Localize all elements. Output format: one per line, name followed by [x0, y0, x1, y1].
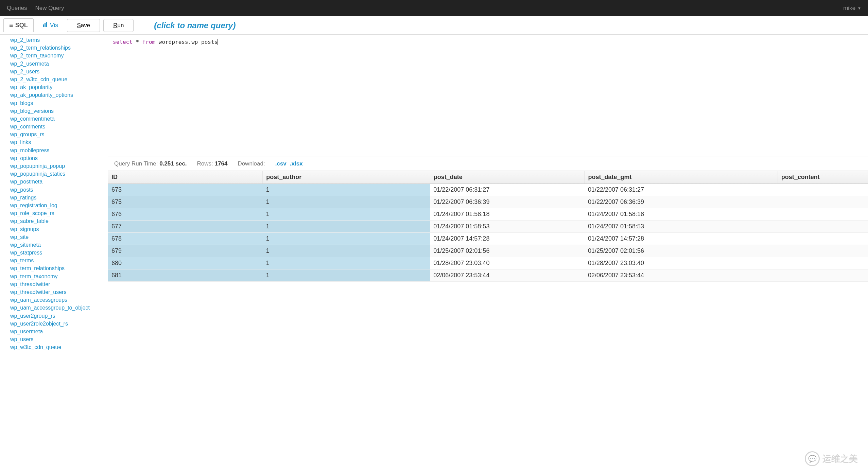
sidebar-table-wp_comments[interactable]: wp_comments	[10, 123, 108, 130]
table-row[interactable]: 675101/22/2007 06:36:3901/22/2007 06:36:…	[108, 196, 868, 208]
download-label: Download:	[238, 160, 265, 167]
sidebar-table-wp_options[interactable]: wp_options	[10, 154, 108, 162]
user-menu[interactable]: mike ▼	[843, 5, 861, 12]
sidebar-table-wp_2_term_relationships[interactable]: wp_2_term_relationships	[10, 44, 108, 52]
table-row[interactable]: 680101/28/2007 23:03:4001/28/2007 23:03:…	[108, 257, 868, 269]
sidebar-table-wp_2_term_taxonomy[interactable]: wp_2_term_taxonomy	[10, 52, 108, 59]
tab-vis-label: Vis	[50, 22, 58, 29]
cell-author: 1	[263, 257, 430, 269]
cell-content	[778, 269, 868, 282]
list-icon	[9, 21, 13, 29]
nav-new-query[interactable]: New Query	[35, 5, 64, 12]
cell-date-gmt: 02/06/2007 23:53:44	[585, 269, 778, 282]
sidebar-table-wp_groups_rs[interactable]: wp_groups_rs	[10, 130, 108, 138]
sidebar-table-wp_site[interactable]: wp_site	[10, 233, 108, 241]
sidebar-table-wp_2_terms[interactable]: wp_2_terms	[10, 36, 108, 44]
sidebar-table-wp_2_usermeta[interactable]: wp_2_usermeta	[10, 60, 108, 68]
sidebar-table-wp_commentmeta[interactable]: wp_commentmeta	[10, 115, 108, 123]
sidebar-table-wp_uam_accessgroups[interactable]: wp_uam_accessgroups	[10, 296, 108, 304]
sidebar-table-wp_registration_log[interactable]: wp_registration_log	[10, 202, 108, 209]
table-row[interactable]: 678101/24/2007 14:57:2801/24/2007 14:57:…	[108, 233, 868, 245]
cell-date-gmt: 01/24/2007 01:58:18	[585, 208, 778, 221]
table-row[interactable]: 677101/24/2007 01:58:5301/24/2007 01:58:…	[108, 221, 868, 233]
sidebar-table-wp_blog_versions[interactable]: wp_blog_versions	[10, 107, 108, 115]
sidebar-table-wp_sabre_table[interactable]: wp_sabre_table	[10, 217, 108, 225]
kw-from: from	[142, 39, 156, 45]
query-name-input[interactable]: (click to name query)	[154, 21, 236, 30]
sidebar-table-wp_role_scope_rs[interactable]: wp_role_scope_rs	[10, 209, 108, 217]
sidebar-table-wp_term_relationships[interactable]: wp_term_relationships	[10, 264, 108, 272]
sidebar-table-wp_threadtwitter[interactable]: wp_threadtwitter	[10, 280, 108, 288]
cell-author: 1	[263, 233, 430, 245]
save-button[interactable]: Save	[67, 19, 100, 32]
run-button[interactable]: Run	[103, 19, 134, 32]
cell-id: 681	[108, 269, 263, 282]
sidebar-table-wp_user2group_rs[interactable]: wp_user2group_rs	[10, 312, 108, 320]
column-header-post_content[interactable]: post_content	[778, 171, 868, 184]
sidebar-table-wp_uam_accessgroup_to_object[interactable]: wp_uam_accessgroup_to_object	[10, 304, 108, 312]
sidebar-table-wp_users[interactable]: wp_users	[10, 335, 108, 343]
tab-sql[interactable]: SQL	[3, 18, 34, 32]
column-header-post_date[interactable]: post_date	[430, 171, 585, 184]
download-xlsx[interactable]: .xlsx	[290, 160, 303, 167]
sidebar-table-wp_ratings[interactable]: wp_ratings	[10, 194, 108, 202]
sidebar-table-wp_blogs[interactable]: wp_blogs	[10, 99, 108, 107]
cell-date: 01/24/2007 14:57:28	[430, 233, 585, 245]
column-header-ID[interactable]: ID	[108, 171, 263, 184]
column-header-post_date_gmt[interactable]: post_date_gmt	[585, 171, 778, 184]
tab-sql-label: SQL	[15, 22, 28, 29]
table-row[interactable]: 676101/24/2007 01:58:1801/24/2007 01:58:…	[108, 208, 868, 221]
cell-content	[778, 196, 868, 208]
table-body: 673101/22/2007 06:31:2701/22/2007 06:31:…	[108, 184, 868, 282]
sidebar-table-wp_term_taxonomy[interactable]: wp_term_taxonomy	[10, 273, 108, 280]
table-row[interactable]: 673101/22/2007 06:31:2701/22/2007 06:31:…	[108, 184, 868, 196]
cell-date-gmt: 01/24/2007 14:57:28	[585, 233, 778, 245]
sidebar-table-wp_posts[interactable]: wp_posts	[10, 186, 108, 194]
cell-id: 675	[108, 196, 263, 208]
top-navbar: Queries New Query mike ▼	[0, 0, 868, 16]
sidebar-table-wp_ak_popularity[interactable]: wp_ak_popularity	[10, 83, 108, 91]
rows-value: 1764	[215, 160, 228, 167]
sidebar-table-wp_sitemeta[interactable]: wp_sitemeta	[10, 241, 108, 249]
sidebar-table-wp_ak_popularity_options[interactable]: wp_ak_popularity_options	[10, 91, 108, 99]
sidebar-table-wp_postmeta[interactable]: wp_postmeta	[10, 178, 108, 186]
results-scroll[interactable]: IDpost_authorpost_datepost_date_gmtpost_…	[108, 171, 868, 473]
sidebar-table-wp_popupninja_popup[interactable]: wp_popupninja_popup	[10, 162, 108, 170]
editor-star: *	[133, 39, 142, 45]
cell-id: 679	[108, 245, 263, 257]
sidebar-table-wp_links[interactable]: wp_links	[10, 138, 108, 146]
cell-id: 678	[108, 233, 263, 245]
sidebar-table-wp_user2role2object_rs[interactable]: wp_user2role2object_rs	[10, 320, 108, 328]
cell-date: 01/24/2007 01:58:18	[430, 208, 585, 221]
tab-vis[interactable]: Vis	[37, 19, 64, 32]
schema-sidebar[interactable]: wp_2_termswp_2_term_relationshipswp_2_te…	[0, 35, 108, 473]
cell-content	[778, 233, 868, 245]
nav-queries[interactable]: Queries	[7, 5, 27, 12]
sidebar-table-wp_2_w3tc_cdn_queue[interactable]: wp_2_w3tc_cdn_queue	[10, 75, 108, 83]
sidebar-table-wp_2_users[interactable]: wp_2_users	[10, 68, 108, 75]
user-name: mike	[843, 5, 855, 12]
svg-rect-2	[46, 22, 47, 27]
runtime-value: 0.251 sec.	[159, 160, 187, 167]
table-row[interactable]: 679101/25/2007 02:01:5601/25/2007 02:01:…	[108, 245, 868, 257]
sidebar-table-wp_popupninja_statics[interactable]: wp_popupninja_statics	[10, 170, 108, 178]
sidebar-table-wp_w3tc_cdn_queue[interactable]: wp_w3tc_cdn_queue	[10, 343, 108, 351]
runtime-label: Query Run Time:	[114, 160, 159, 167]
sidebar-table-wp_statpress[interactable]: wp_statpress	[10, 249, 108, 257]
cell-content	[778, 184, 868, 196]
table-header-row: IDpost_authorpost_datepost_date_gmtpost_…	[108, 171, 868, 184]
cell-author: 1	[263, 196, 430, 208]
sidebar-table-wp_mobilepress[interactable]: wp_mobilepress	[10, 146, 108, 154]
caret-down-icon: ▼	[857, 6, 861, 10]
download-csv[interactable]: .csv	[275, 160, 287, 167]
cell-content	[778, 257, 868, 269]
sidebar-table-wp_threadtwitter_users[interactable]: wp_threadtwitter_users	[10, 288, 108, 296]
column-header-post_author[interactable]: post_author	[263, 171, 430, 184]
sidebar-table-wp_signups[interactable]: wp_signups	[10, 225, 108, 233]
cell-date: 01/24/2007 01:58:53	[430, 221, 585, 233]
sidebar-table-wp_usermeta[interactable]: wp_usermeta	[10, 328, 108, 335]
sql-editor[interactable]: select * from wordpress.wp_posts	[108, 35, 868, 157]
chart-icon	[42, 22, 48, 29]
sidebar-table-wp_terms[interactable]: wp_terms	[10, 257, 108, 264]
table-row[interactable]: 681102/06/2007 23:53:4402/06/2007 23:53:…	[108, 269, 868, 282]
